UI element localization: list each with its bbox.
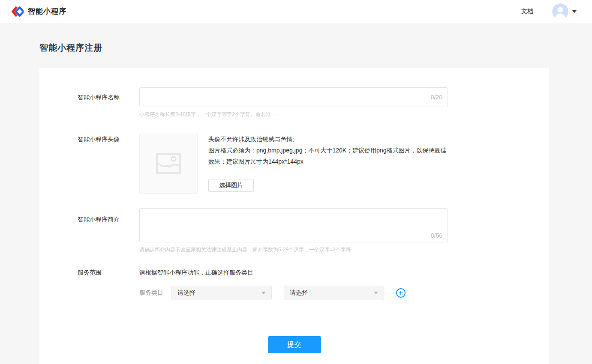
top-header: 智能小程序 文档 xyxy=(0,0,592,23)
avatar-upload-preview[interactable] xyxy=(139,134,198,194)
choose-image-button[interactable]: 选择图片 xyxy=(208,179,254,192)
add-category-button[interactable] xyxy=(396,288,406,298)
intro-field-row: 智能小程序简介 0/56 请确认简介内容不含国家相关法律法规禁止内容，简介字数为… xyxy=(78,208,549,254)
submit-button[interactable]: 提交 xyxy=(268,336,321,353)
service-scope-label: 服务范围 xyxy=(78,267,139,277)
chevron-down-icon xyxy=(374,292,378,294)
brand-logo-icon xyxy=(12,6,24,18)
docs-link[interactable]: 文档 xyxy=(521,8,533,15)
avatar-rules: 头像不允许涉及政治敏感与色情; 图片格式必须为：png,bmp,jpeg,jpg… xyxy=(208,134,447,192)
app-root: 智能小程序 文档 智能小程序注册 智能小程序名称 xyxy=(0,0,592,364)
intro-char-counter: 0/56 xyxy=(431,232,442,239)
service-category-row: 服务类目 请选择 请选择 xyxy=(139,286,406,300)
service-instruction: 请根据智能小程序功能，正确选择服务类目 xyxy=(139,267,406,277)
submit-row: 提交 xyxy=(39,336,549,353)
intro-textarea[interactable] xyxy=(140,209,448,242)
name-input[interactable] xyxy=(140,88,448,107)
avatar-rule-line-1: 头像不允许涉及政治敏感与色情; xyxy=(208,134,447,145)
select-2-value: 请选择 xyxy=(290,289,308,297)
avatar-field-row: 智能小程序头像 头像不允许涉及政治敏感与色情; 图片格式必须为：png,bmp,… xyxy=(78,134,549,194)
intro-hint: 请确认简介内容不含国家相关法律法规禁止内容，简介字数为5-28个汉字，一个汉字=… xyxy=(139,246,448,254)
image-placeholder-icon xyxy=(156,153,181,174)
brand: 智能小程序 xyxy=(12,6,66,18)
name-field-content: 0/20 小程序名称长度2-10汉字，一个汉字等于2个字符。命名唯一 xyxy=(139,87,448,118)
intro-textarea-wrap: 0/56 xyxy=(139,208,448,242)
name-input-wrap: 0/20 xyxy=(139,87,448,107)
page-title: 智能小程序注册 xyxy=(39,42,592,54)
registration-form-card: 智能小程序名称 0/20 小程序名称长度2-10汉字，一个汉字等于2个字符。命名… xyxy=(39,68,549,364)
service-category-label: 服务类目 xyxy=(139,289,163,297)
header-right: 文档 xyxy=(521,3,577,20)
brand-name: 智能小程序 xyxy=(28,6,66,16)
chevron-down-icon xyxy=(261,292,266,294)
service-scope-content: 请根据智能小程序功能，正确选择服务类目 服务类目 请选择 请选择 xyxy=(139,267,406,300)
user-avatar-icon[interactable] xyxy=(552,3,568,20)
avatar-rule-line-2: 图片格式必须为：png,bmp,jpeg,jpg；不可大于120K；建议使用pn… xyxy=(208,145,447,167)
plus-circle-icon xyxy=(396,288,406,298)
name-field-label: 智能小程序名称 xyxy=(78,87,139,107)
service-scope-row: 服务范围 请根据智能小程序功能，正确选择服务类目 服务类目 请选择 请选择 xyxy=(78,267,549,300)
chevron-down-icon[interactable] xyxy=(572,10,577,13)
service-category-select-1[interactable]: 请选择 xyxy=(171,286,272,300)
select-1-value: 请选择 xyxy=(177,289,195,297)
name-hint: 小程序名称长度2-10汉字，一个汉字等于2个字符。命名唯一 xyxy=(139,111,448,118)
avatar-field-content: 头像不允许涉及政治敏感与色情; 图片格式必须为：png,bmp,jpeg,jpg… xyxy=(139,134,447,194)
service-category-select-2[interactable]: 请选择 xyxy=(284,286,384,300)
name-char-counter: 0/20 xyxy=(431,94,442,101)
avatar-field-label: 智能小程序头像 xyxy=(78,134,139,143)
name-field-row: 智能小程序名称 0/20 小程序名称长度2-10汉字，一个汉字等于2个字符。命名… xyxy=(78,87,549,118)
user-menu[interactable] xyxy=(552,3,577,20)
intro-field-content: 0/56 请确认简介内容不含国家相关法律法规禁止内容，简介字数为5-28个汉字，… xyxy=(139,208,448,254)
intro-field-label: 智能小程序简介 xyxy=(78,208,139,224)
